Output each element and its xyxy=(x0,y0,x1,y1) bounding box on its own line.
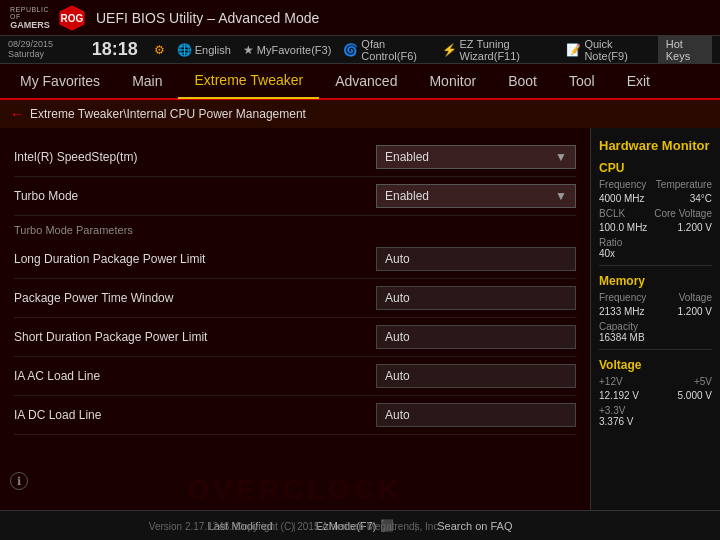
mem-capacity-value: 16384 MB xyxy=(599,332,712,343)
date-area: 08/29/2015 Saturday xyxy=(8,40,80,60)
mem-freq-row: Frequency Voltage xyxy=(599,292,712,303)
cpu-frequency-value-row: 4000 MHz 34°C xyxy=(599,193,712,204)
pkg-power-time-input-wrap[interactable]: Auto xyxy=(376,286,576,310)
tab-tool[interactable]: Tool xyxy=(553,63,611,99)
mem-freq-value-row: 2133 MHz 1.200 V xyxy=(599,306,712,317)
tab-boot[interactable]: Boot xyxy=(492,63,553,99)
ia-dc-row: IA DC Load Line Auto xyxy=(14,396,576,435)
speedstep-select[interactable]: Enabled ▼ xyxy=(376,145,576,169)
cpu-ratio-value: 40x xyxy=(599,248,712,259)
back-arrow-icon[interactable]: ← xyxy=(10,106,24,122)
speedstep-value: Enabled xyxy=(385,150,429,164)
hot-keys-button[interactable]: Hot Keys xyxy=(658,36,712,64)
note-icon: 📝 xyxy=(566,43,581,57)
ia-dc-input-wrap[interactable]: Auto xyxy=(376,403,576,427)
dropdown-arrow-icon: ▼ xyxy=(555,150,567,164)
tab-exit[interactable]: Exit xyxy=(611,63,666,99)
time-display: 18:18 xyxy=(92,39,138,60)
tab-advanced[interactable]: Advanced xyxy=(319,63,413,99)
hardware-monitor-panel: Hardware Monitor CPU Frequency Temperatu… xyxy=(590,128,720,510)
left-panel: Intel(R) SpeedStep(tm) Enabled ▼ Turbo M… xyxy=(0,128,590,510)
version-text: Version 2.17.1246. Copyright (C) 2015 Am… xyxy=(149,521,441,532)
pkg-power-time-input[interactable]: Auto xyxy=(376,286,576,310)
cpu-bclk-value: 100.0 MHz xyxy=(599,222,647,233)
short-duration-input[interactable]: Auto xyxy=(376,325,576,349)
ez-tuning-shortcut[interactable]: ⚡ EZ Tuning Wizard(F11) xyxy=(442,38,555,62)
cpu-bclk-label: BCLK xyxy=(599,208,625,219)
voltage-33-area: +3.3V 3.376 V xyxy=(599,405,712,427)
globe-icon: 🌐 xyxy=(177,43,192,57)
hw-divider-1 xyxy=(599,265,712,266)
breadcrumb-text: Extreme Tweaker\Internal CPU Power Manag… xyxy=(30,107,306,121)
cpu-ratio-label: Ratio xyxy=(599,237,712,248)
ia-ac-row: IA AC Load Line Auto xyxy=(14,357,576,396)
cpu-bclk-value-row: 100.0 MHz 1.200 V xyxy=(599,222,712,233)
cpu-frequency-label: Frequency xyxy=(599,179,646,190)
hot-keys-label: Hot Keys xyxy=(666,38,690,62)
long-duration-input[interactable]: Auto xyxy=(376,247,576,271)
ia-dc-input[interactable]: Auto xyxy=(376,403,576,427)
turbo-mode-label: Turbo Mode xyxy=(14,189,376,203)
mem-frequency-value: 2133 MHz xyxy=(599,306,645,317)
pkg-power-time-row: Package Power Time Window Auto xyxy=(14,279,576,318)
cpu-core-voltage-value: 1.200 V xyxy=(678,222,712,233)
dropdown-arrow-2-icon: ▼ xyxy=(555,189,567,203)
myfavorite-shortcut[interactable]: ★ MyFavorite(F3) xyxy=(243,43,332,57)
v5-value: 5.000 V xyxy=(678,390,712,401)
pkg-power-time-label: Package Power Time Window xyxy=(14,291,376,305)
turbo-mode-value: Enabled xyxy=(385,189,429,203)
lightning-icon: ⚡ xyxy=(442,43,457,57)
settings-gear-icon[interactable]: ⚙ xyxy=(154,43,165,57)
voltage-12-row: +12V +5V xyxy=(599,376,712,387)
nav-bar: My Favorites Main Extreme Tweaker Advanc… xyxy=(0,64,720,100)
cpu-ratio-area: Ratio 40x xyxy=(599,237,712,259)
fan-icon: 🌀 xyxy=(343,43,358,57)
speedstep-dropdown[interactable]: Enabled ▼ xyxy=(376,145,576,169)
cpu-core-voltage-label: Core Voltage xyxy=(654,208,712,219)
time-bar: 08/29/2015 Saturday 18:18 ⚙ 🌐 English ★ … xyxy=(0,36,720,64)
long-duration-row: Long Duration Package Power Limit Auto xyxy=(14,240,576,279)
turbo-mode-dropdown[interactable]: Enabled ▼ xyxy=(376,184,576,208)
quick-note-shortcut[interactable]: 📝 Quick Note(F9) xyxy=(566,38,645,62)
cpu-temperature-label: Temperature xyxy=(656,179,712,190)
turbo-mode-select[interactable]: Enabled ▼ xyxy=(376,184,576,208)
hw-monitor-title: Hardware Monitor xyxy=(599,134,712,159)
rog-logo: REPUBLIC OF GAMERS xyxy=(10,4,50,32)
header-title: UEFI BIOS Utility – Advanced Mode xyxy=(96,10,319,26)
v33-value: 3.376 V xyxy=(599,416,712,427)
date-display: 08/29/2015 Saturday xyxy=(8,40,80,60)
v33-label: +3.3V xyxy=(599,405,712,416)
header-bar: REPUBLIC OF GAMERS ROG UEFI BIOS Utility… xyxy=(0,0,720,36)
short-duration-row: Short Duration Package Power Limit Auto xyxy=(14,318,576,357)
ia-ac-input[interactable]: Auto xyxy=(376,364,576,388)
voltage-section-title: Voltage xyxy=(599,356,712,376)
mem-frequency-label: Frequency xyxy=(599,292,646,303)
tab-monitor[interactable]: Monitor xyxy=(413,63,492,99)
mem-capacity-area: Capacity 16384 MB xyxy=(599,321,712,343)
speedstep-row: Intel(R) SpeedStep(tm) Enabled ▼ xyxy=(14,138,576,177)
v12-label: +12V xyxy=(599,376,623,387)
ia-ac-input-wrap[interactable]: Auto xyxy=(376,364,576,388)
qfan-shortcut[interactable]: 🌀 Qfan Control(F6) xyxy=(343,38,429,62)
logo-area: REPUBLIC OF GAMERS ROG xyxy=(10,4,86,32)
cpu-section-title: CPU xyxy=(599,159,712,179)
tab-my-favorites[interactable]: My Favorites xyxy=(4,63,116,99)
turbo-mode-row: Turbo Mode Enabled ▼ xyxy=(14,177,576,216)
breadcrumb: ← Extreme Tweaker\Internal CPU Power Man… xyxy=(0,100,720,128)
tab-extreme-tweaker[interactable]: Extreme Tweaker xyxy=(178,63,319,99)
voltage-12-value-row: 12.192 V 5.000 V xyxy=(599,390,712,401)
main-content: Intel(R) SpeedStep(tm) Enabled ▼ Turbo M… xyxy=(0,128,720,510)
ia-dc-label: IA DC Load Line xyxy=(14,408,376,422)
language-shortcut[interactable]: 🌐 English xyxy=(177,43,231,57)
cpu-frequency-row: Frequency Temperature xyxy=(599,179,712,190)
info-icon[interactable]: ℹ xyxy=(10,472,28,490)
long-duration-input-wrap[interactable]: Auto xyxy=(376,247,576,271)
memory-section-title: Memory xyxy=(599,272,712,292)
mem-voltage-value: 1.200 V xyxy=(678,306,712,317)
short-duration-input-wrap[interactable]: Auto xyxy=(376,325,576,349)
long-duration-label: Long Duration Package Power Limit xyxy=(14,252,376,266)
version-area: Version 2.17.1246. Copyright (C) 2015 Am… xyxy=(0,516,590,534)
turbo-params-header: Turbo Mode Parameters xyxy=(14,216,576,240)
tab-main[interactable]: Main xyxy=(116,63,178,99)
cpu-frequency-value: 4000 MHz xyxy=(599,193,645,204)
